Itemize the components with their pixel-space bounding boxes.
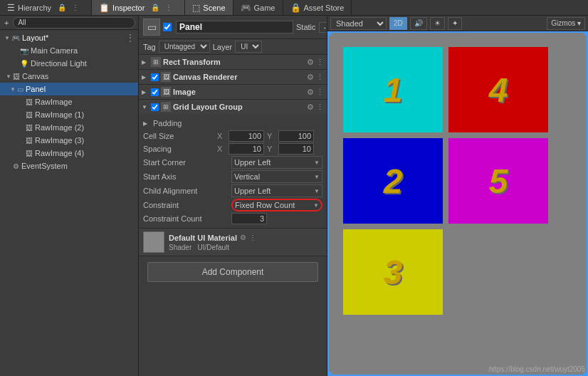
grid-layout-more-icon[interactable]: ⋮ — [316, 103, 324, 112]
rawimage3-icon: 🖼 — [26, 137, 33, 145]
shader-label: Shader — [169, 244, 191, 251]
layout-menu-dots[interactable]: ⋮ — [125, 33, 135, 43]
material-settings-icon[interactable]: ⚙ — [240, 234, 246, 241]
audio-btn[interactable]: 🔊 — [410, 17, 427, 30]
image-settings-icon[interactable]: ⚙ — [307, 88, 314, 97]
tab-game[interactable]: 🎮 Game — [233, 0, 283, 15]
padding-row: ▶ Padding — [143, 117, 322, 130]
constraint-row: Constraint Fixed Row Count ▼ — [143, 198, 322, 212]
canvas-icon: 🖼 — [13, 73, 20, 80]
light-icon: 💡 — [20, 60, 28, 68]
static-dropdown[interactable]: - Static — [319, 22, 327, 33]
hierarchy-search-input[interactable] — [13, 17, 135, 28]
image-checkbox[interactable] — [151, 88, 159, 96]
cell-size-xy: X Y — [217, 130, 314, 142]
tab-hierarchy[interactable]: ☰ Hierarchy 🔒 ⋮ — [0, 0, 92, 15]
inspector-lock-btn[interactable]: 🔒 — [149, 3, 162, 12]
hierarchy-tree: ▼ 🎮 Layout* ⋮ 📷 Main Camera 💡 Directiona… — [0, 30, 138, 376]
2d-btn[interactable]: 2D — [389, 17, 407, 30]
hierarchy-lock-btn[interactable]: 🔒 — [56, 3, 68, 12]
tab-scene[interactable]: ⬚ Scene — [185, 0, 233, 15]
start-axis-dropdown[interactable]: Vertical ▼ — [231, 170, 322, 183]
canvas-renderer-more-icon[interactable]: ⋮ — [316, 73, 324, 82]
cell-size-label: Cell Size — [143, 132, 214, 140]
canvas-renderer-settings-icon[interactable]: ⚙ — [307, 73, 314, 82]
component-canvas-renderer: ▶ 🖼 Canvas Renderer ⚙ ⋮ — [139, 70, 327, 85]
canvas-renderer-checkbox[interactable] — [151, 73, 159, 81]
tree-item-eventsystem[interactable]: ⚙ EventSystem — [0, 160, 138, 172]
padding-toggle[interactable]: ▶ — [143, 120, 150, 127]
tree-item-rawimage-0[interactable]: 🖼 RawImage — [0, 95, 138, 108]
hierarchy-add-btn[interactable]: + — [3, 19, 10, 27]
grid-layout-settings-icon[interactable]: ⚙ — [307, 103, 314, 112]
tree-item-layout[interactable]: ▼ 🎮 Layout* ⋮ — [0, 31, 138, 44]
grid-item-2: 2 — [343, 138, 443, 224]
scene-viewport[interactable]: 1 4 2 5 3 https://blog.csdn.net/wuyt2005 — [327, 31, 588, 376]
main-content: + ▼ 🎮 Layout* ⋮ 📷 Main Camera 💡 — [0, 16, 588, 376]
game-tab-label: Game — [254, 4, 275, 12]
image-icon: 🖼 — [161, 87, 171, 97]
tab-asset-store[interactable]: 🔒 Asset Store — [283, 0, 352, 15]
hierarchy-panel: + ▼ 🎮 Layout* ⋮ 📷 Main Camera 💡 — [0, 16, 139, 376]
child-alignment-dropdown[interactable]: Upper Left ▼ — [231, 184, 322, 197]
light-label: Directional Light — [31, 59, 87, 68]
tree-item-directional-light[interactable]: 💡 Directional Light — [0, 57, 138, 70]
material-preview — [143, 231, 164, 253]
corner-tr — [584, 31, 588, 36]
tab-inspector[interactable]: 📋 Inspector 🔒 ⋮ — [92, 0, 185, 15]
canvas-renderer-actions: ⚙ ⋮ — [307, 73, 324, 82]
start-corner-dropdown[interactable]: Upper Left ▼ — [231, 156, 322, 169]
grid-layout-header[interactable]: ▼ ⊞ Grid Layout Group ⚙ ⋮ — [139, 100, 327, 114]
layer-dropdown[interactable]: UI — [235, 41, 262, 53]
grid-layout-checkbox[interactable] — [151, 103, 159, 111]
spacing-x-label: X — [217, 145, 226, 153]
tree-item-rawimage-2[interactable]: 🖼 RawImage (2) — [0, 121, 138, 134]
add-component-button[interactable]: Add Component — [147, 262, 318, 282]
tag-label: Tag — [143, 43, 156, 51]
tree-item-rawimage-3[interactable]: 🖼 RawImage (3) — [0, 134, 138, 147]
object-enabled-checkbox[interactable] — [163, 23, 172, 31]
constraint-count-input[interactable] — [231, 213, 267, 224]
shading-select[interactable]: Shaded Wireframe — [330, 17, 387, 30]
shader-value: UI/Default — [198, 244, 229, 251]
layer-label: Layer — [213, 43, 233, 51]
material-more-icon[interactable]: ⋮ — [249, 234, 256, 241]
hierarchy-more-btn[interactable]: ⋮ — [70, 3, 81, 12]
tree-item-rawimage-4[interactable]: 🖼 RawImage (4) — [0, 147, 138, 160]
rect-transform-actions: ⚙ ⋮ — [307, 58, 324, 67]
grid-item-3: 3 — [343, 229, 443, 315]
image-more-icon[interactable]: ⋮ — [316, 88, 324, 97]
start-corner-value: Upper Left — [234, 158, 271, 167]
layout-arrow: ▼ — [4, 35, 11, 41]
canvas-renderer-header[interactable]: ▶ 🖼 Canvas Renderer ⚙ ⋮ — [139, 70, 327, 84]
tree-item-main-camera[interactable]: 📷 Main Camera — [0, 44, 138, 57]
start-corner-row: Start Corner Upper Left ▼ — [143, 155, 322, 169]
tree-item-rawimage-1[interactable]: 🖼 RawImage (1) — [0, 108, 138, 121]
child-alignment-row: Child Alignment Upper Left ▼ — [143, 184, 322, 198]
rect-transform-more-icon[interactable]: ⋮ — [316, 58, 324, 67]
object-icon: ▭ — [143, 19, 160, 36]
component-grid-layout: ▼ ⊞ Grid Layout Group ⚙ ⋮ ▶ Padding Cell… — [139, 100, 327, 229]
cell-y-input[interactable] — [278, 130, 314, 142]
spacing-x-input[interactable] — [229, 143, 264, 155]
tree-item-canvas[interactable]: ▼ 🖼 Canvas — [0, 70, 138, 83]
object-name-input[interactable] — [176, 21, 293, 33]
inspector-more-btn[interactable]: ⋮ — [163, 3, 174, 12]
gizmos-btn[interactable]: Gizmos ▾ — [547, 17, 585, 30]
image-header[interactable]: ▶ 🖼 Image ⚙ ⋮ — [139, 85, 327, 99]
canvas-arrow: ▼ — [6, 73, 13, 80]
spacing-y-input[interactable] — [278, 143, 314, 155]
fx-btn[interactable]: ✦ — [448, 17, 462, 30]
cell-x-input[interactable] — [229, 130, 264, 142]
corner-bl — [327, 372, 332, 376]
rect-transform-settings-icon[interactable]: ⚙ — [307, 58, 314, 67]
lighting-btn[interactable]: ☀ — [430, 17, 445, 30]
inspector-icon: 📋 — [99, 3, 110, 13]
grid-item-1: 1 — [343, 47, 443, 132]
inspector-tab-label: Inspector — [112, 4, 145, 12]
tree-item-panel[interactable]: ▼ ▭ Panel — [0, 83, 138, 95]
rect-transform-header[interactable]: ▶ ⊞ Rect Transform ⚙ ⋮ — [139, 55, 327, 69]
asset-store-icon: 🔒 — [290, 3, 301, 13]
constraint-dropdown[interactable]: Fixed Row Count ▼ — [231, 199, 322, 212]
tag-dropdown[interactable]: Untagged — [159, 41, 210, 53]
